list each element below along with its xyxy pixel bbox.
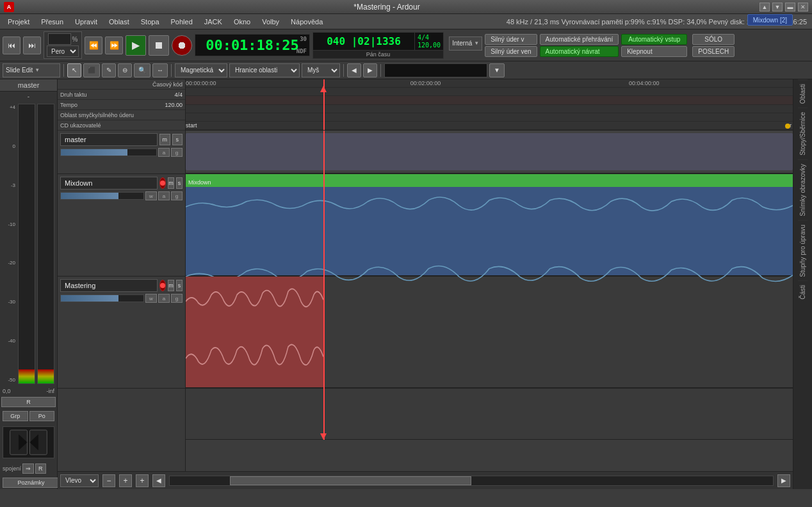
- arrow-button[interactable]: ⇒: [22, 463, 34, 474]
- scroll-nav-right[interactable]: ▶: [777, 474, 790, 487]
- mixdown-fader[interactable]: [60, 192, 144, 200]
- timestretch-tool[interactable]: ↔: [152, 63, 168, 77]
- menu-volby[interactable]: Volby: [257, 17, 284, 27]
- grp-button[interactable]: Grp: [3, 411, 28, 421]
- menu-pohled[interactable]: Pohled: [166, 17, 198, 27]
- clap-btn[interactable]: Klepnout: [621, 46, 687, 57]
- right-panel-stupny[interactable]: Stupňy pro úpravu: [798, 220, 808, 281]
- menu-upravit[interactable]: Upravit: [70, 17, 102, 27]
- master-g-btn[interactable]: g: [171, 148, 183, 157]
- right-panel-stopy[interactable]: Stopy/Sběrnice: [798, 108, 808, 159]
- mastering-a-btn[interactable]: a: [158, 294, 170, 303]
- r-button[interactable]: R: [1, 397, 56, 407]
- menu-napoveda[interactable]: Nápověda: [286, 17, 328, 27]
- transport-stop[interactable]: ⏹: [149, 35, 169, 56]
- win-btn-up[interactable]: ▲: [759, 3, 770, 12]
- nav-next-btn[interactable]: ▶: [363, 63, 377, 77]
- transport-play[interactable]: ▶: [126, 35, 146, 56]
- internal-dropdown[interactable]: Interná ▼: [449, 36, 482, 51]
- draw-tool[interactable]: ✎: [102, 63, 116, 77]
- master-fader[interactable]: [60, 149, 157, 156]
- right-panel-snimky[interactable]: Snímky obrazovky: [798, 159, 808, 220]
- loop-time-arrow[interactable]: ▼: [489, 63, 505, 77]
- auto-play-btn[interactable]: Automatické přehrávání: [540, 34, 619, 45]
- master-track-name[interactable]: [60, 133, 158, 146]
- transport-prev[interactable]: ⏭: [23, 36, 41, 54]
- right-panel-casti[interactable]: Části: [798, 280, 808, 303]
- edit-mode-select[interactable]: Slide Edit ▼: [3, 63, 60, 77]
- r-connect-button[interactable]: R: [35, 463, 46, 474]
- meter-bar-left[interactable]: [18, 104, 35, 384]
- direction-select[interactable]: Vlevo: [60, 474, 99, 487]
- snap-mode-select[interactable]: Magnetická: [175, 63, 227, 77]
- mixdown-w-btn[interactable]: w: [145, 191, 157, 200]
- mouse-mode-select[interactable]: Myš: [302, 63, 340, 77]
- win-btn-minimize[interactable]: ▬: [785, 3, 795, 12]
- transport-rewind[interactable]: ⏪: [85, 36, 102, 54]
- menu-presun[interactable]: Přesun: [36, 17, 69, 27]
- mastering-rec-btn[interactable]: [159, 280, 166, 291]
- mastering-g-btn[interactable]: g: [171, 294, 183, 303]
- zoom-tool[interactable]: 🔍: [134, 63, 150, 77]
- menu-oblast[interactable]: Oblast: [104, 17, 134, 27]
- mixdown-track-name[interactable]: [60, 177, 158, 189]
- transport-ffwd[interactable]: ⏩: [105, 36, 123, 54]
- meter-bar-right[interactable]: [37, 104, 54, 384]
- mastering-track-name[interactable]: [60, 279, 158, 292]
- speed-input[interactable]: 1,00: [48, 33, 71, 45]
- menu-projekt[interactable]: Projekt: [3, 17, 35, 27]
- win-btn-close[interactable]: ✕: [798, 3, 808, 12]
- mastering-mute-btn[interactable]: m: [168, 280, 174, 291]
- po-button[interactable]: Po: [29, 411, 55, 421]
- win-btn-down[interactable]: ▼: [772, 3, 783, 12]
- menu-okno[interactable]: Okno: [229, 17, 256, 27]
- speed-mode-select[interactable]: Pero: [47, 45, 79, 57]
- loop-time-field[interactable]: 00:00:05:00: [384, 63, 487, 77]
- auto-input-btn[interactable]: Automatický vstup: [621, 34, 687, 45]
- scroll-nav-left[interactable]: ◀: [152, 474, 165, 487]
- mixdown-g-btn[interactable]: g: [171, 191, 183, 200]
- mixdown-a-btn[interactable]: a: [158, 191, 170, 200]
- range-tool[interactable]: ⬛: [83, 63, 100, 77]
- beat-strong-out-btn[interactable]: Silný úder ven: [485, 46, 537, 57]
- mixdown-track-lane[interactable]: Mixdown: [186, 174, 793, 277]
- auto-return-btn[interactable]: Automatický návrat: [540, 46, 619, 57]
- notes-button[interactable]: Poznámky: [3, 478, 60, 488]
- transport-to-start[interactable]: ⏮: [3, 36, 20, 54]
- horizontal-scrollbar[interactable]: [169, 476, 774, 486]
- mixdown-rec-btn[interactable]: [159, 177, 166, 189]
- mastering-w-btn[interactable]: w: [145, 294, 157, 303]
- zoom-in-h-btn[interactable]: +: [119, 474, 132, 487]
- menu-jack[interactable]: JACK: [199, 17, 227, 27]
- zoom-out-btn[interactable]: −: [102, 474, 115, 487]
- mixdown-audio-region[interactable]: [186, 187, 793, 275]
- select-tool[interactable]: ↖: [67, 63, 81, 77]
- mastering-fader[interactable]: [60, 294, 144, 302]
- mastering-audio-region[interactable]: [186, 277, 323, 387]
- master-region[interactable]: [186, 133, 793, 170]
- time-display[interactable]: 00:01:18:25 30 NDF: [195, 34, 310, 56]
- master-solo-btn[interactable]: s: [172, 134, 183, 145]
- listen-btn[interactable]: POSLECH: [692, 46, 735, 57]
- edit-toolbar: Slide Edit ▼ ↖ ⬛ ✎ ⊖ 🔍 ↔ Magnetická Hran…: [0, 61, 812, 79]
- menu-stopa[interactable]: Stopa: [136, 17, 165, 27]
- master-a-btn[interactable]: a: [158, 148, 170, 157]
- master-mute-btn[interactable]: m: [159, 134, 170, 145]
- mastering-waveform-top: [186, 277, 323, 326]
- transport-record[interactable]: ⏺: [172, 35, 192, 56]
- mastering-solo-btn[interactable]: s: [176, 280, 183, 291]
- nav-prev-btn[interactable]: ◀: [347, 63, 361, 77]
- beat-strong-in-btn[interactable]: Silný úder v: [485, 34, 537, 45]
- app-icon: A: [4, 2, 14, 12]
- erase-tool[interactable]: ⊖: [118, 63, 132, 77]
- mixdown-solo-btn[interactable]: s: [176, 177, 183, 189]
- zoom-in-v-btn[interactable]: +: [136, 474, 149, 487]
- mixdown-region-green[interactable]: Mixdown: [186, 174, 793, 187]
- solo-btn[interactable]: SÓLO: [692, 34, 735, 45]
- pos-display[interactable]: 040 |02|1336 4/4 120,00 Pán času: [313, 32, 444, 59]
- mixdown-mute-btn[interactable]: m: [168, 177, 174, 189]
- snap-to-select[interactable]: Hranice oblasti: [229, 63, 300, 77]
- beat-position-display[interactable]: 040 |02|1336: [313, 32, 415, 51]
- right-panel-oblasti[interactable]: Oblasti: [798, 79, 808, 108]
- master-track-lane[interactable]: [186, 131, 793, 174]
